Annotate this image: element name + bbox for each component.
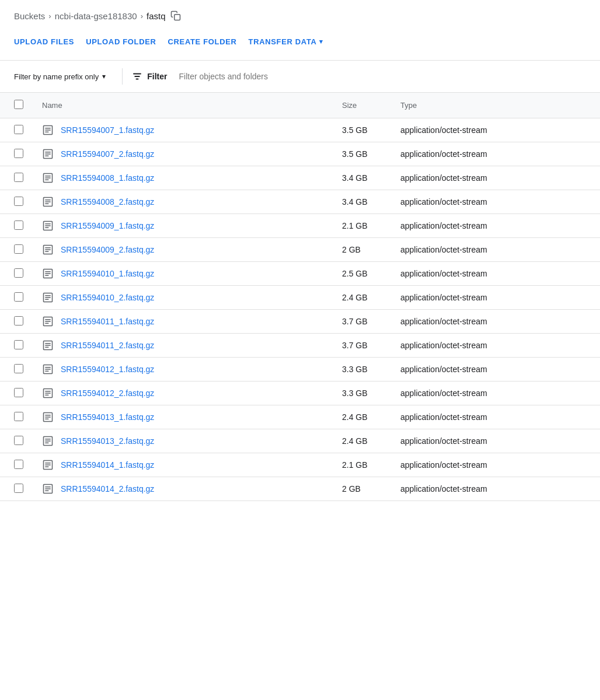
- row-size-cell-15: 2 GB: [333, 477, 391, 501]
- file-link-6[interactable]: SRR15594010_1.fastq.gz: [61, 269, 154, 278]
- filter-prefix-label: Filter by name prefix only: [14, 72, 99, 81]
- row-name-cell: SRR15594013_2.fastq.gz: [33, 429, 333, 453]
- row-checkbox-4[interactable]: [14, 220, 23, 230]
- row-checkbox-10[interactable]: [14, 364, 23, 373]
- row-name-cell: SRR15594014_2.fastq.gz: [33, 477, 333, 501]
- table-row: SRR15594013_1.fastq.gz 2.4 GB applicatio…: [0, 405, 600, 429]
- table-row: SRR15594010_1.fastq.gz 2.5 GB applicatio…: [0, 262, 600, 286]
- row-type-cell-15: application/octet-stream: [391, 477, 600, 501]
- transfer-data-button[interactable]: TRANSFER DATA ▾: [249, 33, 335, 51]
- filter-icon-button[interactable]: Filter: [132, 68, 174, 85]
- file-link-0[interactable]: SRR15594007_1.fastq.gz: [61, 125, 154, 135]
- breadcrumb: Buckets › ncbi-data-gse181830 › fastq: [0, 0, 600, 28]
- row-checkbox-cell: [0, 190, 33, 214]
- files-table: Name Size Type: [0, 93, 600, 501]
- row-type-cell-10: application/octet-stream: [391, 358, 600, 382]
- row-checkbox-14[interactable]: [14, 460, 23, 469]
- filter-input[interactable]: [174, 68, 586, 85]
- table-row: SRR15594008_1.fastq.gz 3.4 GB applicatio…: [0, 166, 600, 190]
- row-checkbox-cell: [0, 405, 33, 429]
- file-icon-14: [42, 459, 54, 471]
- file-link-8[interactable]: SRR15594011_1.fastq.gz: [61, 317, 154, 326]
- row-name-cell: SRR15594011_1.fastq.gz: [33, 310, 333, 334]
- upload-folder-button[interactable]: UPLOAD FOLDER: [86, 33, 168, 51]
- file-icon-2: [42, 172, 54, 184]
- row-size-cell-5: 2 GB: [333, 238, 391, 262]
- row-checkbox-cell: [0, 118, 33, 142]
- row-name-cell: SRR15594007_1.fastq.gz: [33, 118, 333, 142]
- breadcrumb-current-label: fastq: [146, 11, 166, 21]
- row-name-cell: SRR15594009_1.fastq.gz: [33, 214, 333, 238]
- row-size-cell-0: 3.5 GB: [333, 118, 391, 142]
- filter-separator: [122, 68, 123, 85]
- row-checkbox-15[interactable]: [14, 484, 23, 493]
- row-name-cell: SRR15594012_2.fastq.gz: [33, 382, 333, 405]
- row-type-cell-0: application/octet-stream: [391, 118, 600, 142]
- create-folder-button[interactable]: CREATE FOLDER: [168, 33, 249, 51]
- upload-files-button[interactable]: UPLOAD FILES: [14, 33, 86, 51]
- table-row: SRR15594007_2.fastq.gz 3.5 GB applicatio…: [0, 142, 600, 166]
- row-type-cell-13: application/octet-stream: [391, 429, 600, 453]
- type-column-header: Type: [391, 93, 600, 118]
- file-icon-1: [42, 148, 54, 160]
- row-checkbox-11[interactable]: [14, 388, 23, 397]
- file-link-11[interactable]: SRR15594012_2.fastq.gz: [61, 388, 154, 398]
- breadcrumb-buckets[interactable]: Buckets: [14, 11, 45, 21]
- files-table-container: Name Size Type: [0, 93, 600, 501]
- row-size-cell-1: 3.5 GB: [333, 142, 391, 166]
- row-size-cell-10: 3.3 GB: [333, 358, 391, 382]
- file-icon-0: [42, 124, 54, 136]
- file-icon-4: [42, 220, 54, 232]
- table-row: SRR15594013_2.fastq.gz 2.4 GB applicatio…: [0, 429, 600, 453]
- row-type-cell-9: application/octet-stream: [391, 334, 600, 358]
- name-column-header: Name: [33, 93, 333, 118]
- row-checkbox-9[interactable]: [14, 340, 23, 349]
- row-checkbox-cell: [0, 286, 33, 310]
- file-link-2[interactable]: SRR15594008_1.fastq.gz: [61, 173, 154, 183]
- file-link-5[interactable]: SRR15594009_2.fastq.gz: [61, 245, 154, 254]
- row-name-cell: SRR15594011_2.fastq.gz: [33, 334, 333, 358]
- breadcrumb-chevron-1: ›: [48, 12, 51, 20]
- file-link-10[interactable]: SRR15594012_1.fastq.gz: [61, 365, 154, 374]
- file-link-15[interactable]: SRR15594014_2.fastq.gz: [61, 484, 154, 494]
- row-checkbox-7[interactable]: [14, 292, 23, 302]
- file-link-4[interactable]: SRR15594009_1.fastq.gz: [61, 221, 154, 230]
- row-type-cell-7: application/octet-stream: [391, 286, 600, 310]
- table-row: SRR15594009_1.fastq.gz 2.1 GB applicatio…: [0, 214, 600, 238]
- row-checkbox-6[interactable]: [14, 268, 23, 278]
- row-checkbox-13[interactable]: [14, 436, 23, 445]
- table-row: SRR15594009_2.fastq.gz 2 GB application/…: [0, 238, 600, 262]
- copy-path-icon[interactable]: [170, 10, 181, 21]
- table-row: SRR15594012_2.fastq.gz 3.3 GB applicatio…: [0, 382, 600, 405]
- file-link-14[interactable]: SRR15594014_1.fastq.gz: [61, 460, 154, 470]
- row-checkbox-8[interactable]: [14, 316, 23, 326]
- filter-prefix-button[interactable]: Filter by name prefix only ▾: [14, 69, 113, 85]
- row-name-cell: SRR15594010_2.fastq.gz: [33, 286, 333, 310]
- size-column-header: Size: [333, 93, 391, 118]
- file-icon-15: [42, 483, 54, 495]
- select-all-checkbox[interactable]: [14, 100, 23, 109]
- row-checkbox-0[interactable]: [14, 125, 23, 134]
- file-link-9[interactable]: SRR15594011_2.fastq.gz: [61, 341, 154, 350]
- row-checkbox-2[interactable]: [14, 173, 23, 182]
- file-link-7[interactable]: SRR15594010_2.fastq.gz: [61, 293, 154, 302]
- row-name-cell: SRR15594007_2.fastq.gz: [33, 142, 333, 166]
- row-size-cell-2: 3.4 GB: [333, 166, 391, 190]
- row-checkbox-1[interactable]: [14, 149, 23, 158]
- breadcrumb-bucket-name[interactable]: ncbi-data-gse181830: [55, 11, 137, 21]
- file-link-13[interactable]: SRR15594013_2.fastq.gz: [61, 436, 154, 446]
- file-link-3[interactable]: SRR15594008_2.fastq.gz: [61, 197, 154, 206]
- file-link-12[interactable]: SRR15594013_1.fastq.gz: [61, 412, 154, 422]
- row-checkbox-3[interactable]: [14, 197, 23, 206]
- row-size-cell-3: 3.4 GB: [333, 190, 391, 214]
- file-icon-12: [42, 411, 54, 423]
- table-row: SRR15594012_1.fastq.gz 3.3 GB applicatio…: [0, 358, 600, 382]
- row-checkbox-12[interactable]: [14, 412, 23, 421]
- file-link-1[interactable]: SRR15594007_2.fastq.gz: [61, 149, 154, 159]
- row-checkbox-5[interactable]: [14, 244, 23, 254]
- row-checkbox-cell: [0, 142, 33, 166]
- row-checkbox-cell: [0, 382, 33, 405]
- row-size-cell-7: 2.4 GB: [333, 286, 391, 310]
- row-type-cell-12: application/octet-stream: [391, 405, 600, 429]
- file-icon-9: [42, 340, 54, 351]
